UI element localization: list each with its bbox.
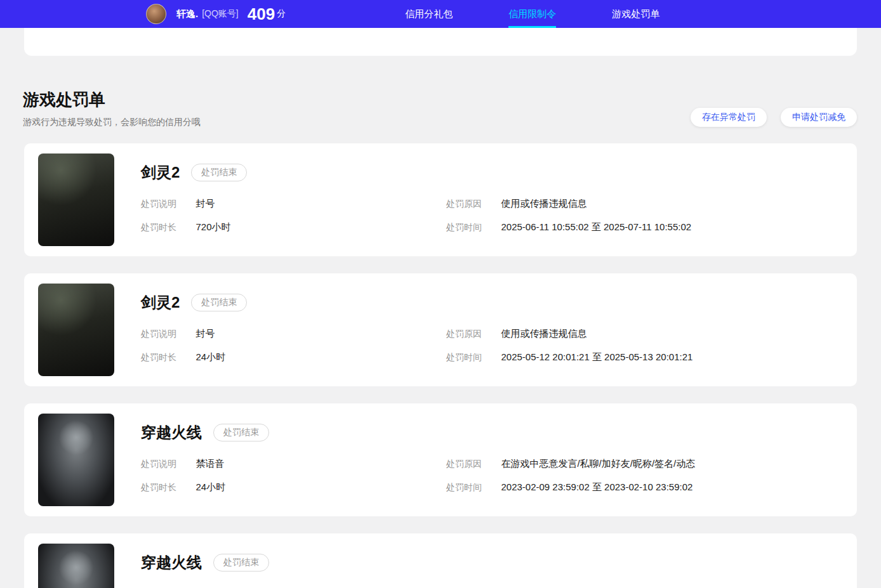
user-info: 轩逸. [QQ账号] 409 分: [146, 4, 286, 24]
game-name: 穿越火线: [141, 552, 202, 573]
penalty-duration-label: 处罚时长: [141, 482, 193, 493]
penalty-card-body: 剑灵2 处罚结束 处罚说明 封号 处罚原因 使用或传播违规信息 处罚时长 24小…: [141, 284, 843, 376]
game-thumbnail: [38, 414, 114, 506]
penalty-info-grid: 处罚说明 封号 处罚原因 使用或传播违规信息 处罚时长 24小时 处罚时间 20…: [141, 328, 843, 363]
account-type-label: [QQ账号]: [202, 8, 239, 20]
penalty-time-label: 处罚时间: [446, 352, 498, 363]
penalty-desc-value: 封号: [195, 198, 215, 209]
nav-item-credit-gift[interactable]: 信用分礼包: [405, 0, 453, 28]
penalty-card-list: 剑灵2 处罚结束 处罚说明 封号 处罚原因 使用或传播违规信息 处罚时长 720…: [0, 143, 881, 588]
penalty-card: 穿越火线 处罚结束: [24, 533, 857, 588]
penalty-time-label: 处罚时间: [446, 482, 498, 493]
penalty-duration-value: 24小时: [195, 351, 225, 362]
penalty-card: 剑灵2 处罚结束 处罚说明 封号 处罚原因 使用或传播违规信息 处罚时长 24小…: [24, 273, 857, 386]
penalty-duration-row: 处罚时长 24小时: [141, 481, 446, 493]
nav-item-credit-restriction[interactable]: 信用限制令: [508, 0, 556, 28]
top-nav: 信用分礼包 信用限制令 游戏处罚单: [405, 0, 659, 28]
penalty-reason-label: 处罚原因: [446, 329, 498, 340]
penalty-reason-label: 处罚原因: [446, 459, 498, 470]
penalty-reason-row: 处罚原因 使用或传播违规信息: [446, 328, 843, 340]
game-thumbnail: [38, 154, 114, 246]
penalty-time-value: 2025-05-12 20:01:21 至 2025-05-13 20:01:2…: [501, 351, 692, 362]
status-badge: 处罚结束: [213, 424, 269, 441]
card-title-row: 剑灵2 处罚结束: [141, 292, 843, 313]
penalty-info-grid: 处罚说明 封号 处罚原因 使用或传播违规信息 处罚时长 720小时 处罚时间 2…: [141, 198, 843, 233]
penalty-desc-value: 封号: [195, 328, 215, 339]
penalty-desc-label: 处罚说明: [141, 199, 193, 210]
penalty-time-label: 处罚时间: [446, 222, 498, 233]
card-title-row: 剑灵2 处罚结束: [141, 162, 843, 183]
penalty-reason-label: 处罚原因: [446, 199, 498, 210]
penalty-card-body: 穿越火线 处罚结束: [141, 544, 843, 588]
penalty-reason-value: 使用或传播违规信息: [501, 198, 586, 209]
appeal-penalty-button[interactable]: 申请处罚减免: [781, 108, 857, 127]
game-name: 穿越火线: [141, 422, 202, 443]
header-buttons: 存在异常处罚 申请处罚减免: [691, 108, 857, 128]
nav-item-game-penalty[interactable]: 游戏处罚单: [612, 0, 659, 28]
penalty-desc-label: 处罚说明: [141, 459, 193, 470]
penalty-card-body: 穿越火线 处罚结束 处罚说明 禁语音 处罚原因 在游戏中恶意发言/私聊/加好友/…: [141, 414, 843, 506]
user-avatar[interactable]: [146, 4, 166, 24]
credit-score-unit: 分: [277, 8, 286, 20]
previous-section-card-bottom: [24, 28, 857, 56]
page-title: 游戏处罚单: [23, 89, 201, 111]
page-subtitle: 游戏行为违规导致处罚，会影响您的信用分哦: [23, 117, 201, 128]
status-badge: 处罚结束: [191, 164, 247, 181]
penalty-info-grid: 处罚说明 禁语音 处罚原因 在游戏中恶意发言/私聊/加好友/昵称/签名/动态 处…: [141, 458, 843, 493]
penalty-desc-label: 处罚说明: [141, 329, 193, 340]
status-badge: 处罚结束: [213, 554, 269, 572]
penalty-duration-value: 720小时: [195, 221, 230, 232]
penalty-reason-value: 使用或传播违规信息: [501, 328, 586, 339]
game-name: 剑灵2: [141, 292, 180, 313]
penalty-duration-row: 处罚时长 24小时: [141, 351, 446, 363]
card-title-row: 穿越火线 处罚结束: [141, 422, 843, 443]
penalty-duration-label: 处罚时长: [141, 352, 193, 363]
penalty-desc-row: 处罚说明 封号: [141, 328, 446, 340]
user-name: 轩逸.: [176, 8, 198, 20]
penalty-time-row: 处罚时间 2025-06-11 10:55:02 至 2025-07-11 10…: [446, 221, 843, 233]
penalty-time-value: 2025-06-11 10:55:02 至 2025-07-11 10:55:0…: [501, 221, 691, 232]
penalty-time-row: 处罚时间 2023-02-09 23:59:02 至 2023-02-10 23…: [446, 481, 843, 493]
topbar: 轩逸. [QQ账号] 409 分 信用分礼包 信用限制令 游戏处罚单: [0, 0, 881, 28]
penalty-duration-label: 处罚时长: [141, 222, 193, 233]
status-badge: 处罚结束: [191, 294, 247, 311]
credit-score: 409: [248, 4, 275, 24]
penalty-section-header: 游戏处罚单 游戏行为违规导致处罚，会影响您的信用分哦 存在异常处罚 申请处罚减免: [23, 89, 857, 128]
penalty-card: 穿越火线 处罚结束 处罚说明 禁语音 处罚原因 在游戏中恶意发言/私聊/加好友/…: [24, 403, 857, 516]
penalty-duration-value: 24小时: [195, 481, 225, 492]
penalty-reason-row: 处罚原因 在游戏中恶意发言/私聊/加好友/昵称/签名/动态: [446, 458, 843, 470]
game-thumbnail: [38, 544, 114, 588]
penalty-desc-row: 处罚说明 封号: [141, 198, 446, 210]
penalty-reason-value: 在游戏中恶意发言/私聊/加好友/昵称/签名/动态: [501, 458, 695, 469]
game-thumbnail: [38, 284, 114, 376]
penalty-time-value: 2023-02-09 23:59:02 至 2023-02-10 23:59:0…: [501, 481, 692, 492]
penalty-desc-value: 禁语音: [195, 458, 224, 469]
penalty-duration-row: 处罚时长 720小时: [141, 221, 446, 233]
game-name: 剑灵2: [141, 162, 180, 183]
abnormal-penalty-button[interactable]: 存在异常处罚: [691, 108, 767, 127]
penalty-desc-row: 处罚说明 禁语音: [141, 458, 446, 470]
penalty-time-row: 处罚时间 2025-05-12 20:01:21 至 2025-05-13 20…: [446, 351, 843, 363]
penalty-card: 剑灵2 处罚结束 处罚说明 封号 处罚原因 使用或传播违规信息 处罚时长 720…: [24, 143, 857, 256]
penalty-reason-row: 处罚原因 使用或传播违规信息: [446, 198, 843, 210]
section-heading-group: 游戏处罚单 游戏行为违规导致处罚，会影响您的信用分哦: [23, 89, 201, 128]
penalty-card-body: 剑灵2 处罚结束 处罚说明 封号 处罚原因 使用或传播违规信息 处罚时长 720…: [141, 154, 843, 246]
card-title-row: 穿越火线 处罚结束: [141, 552, 843, 573]
